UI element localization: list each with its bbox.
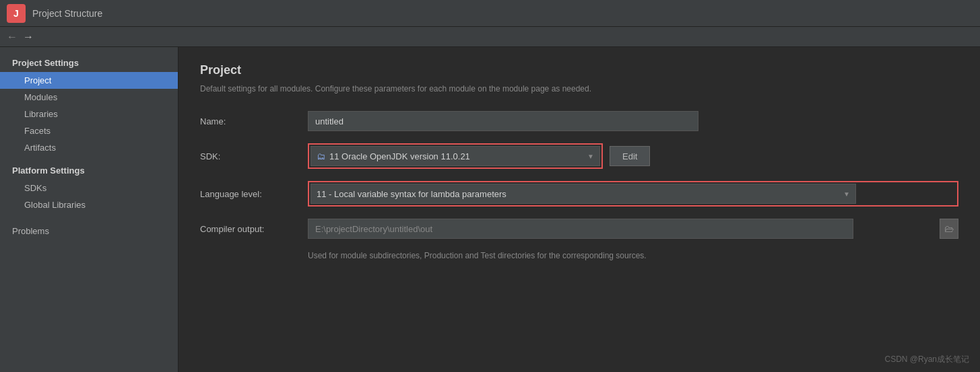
sidebar-divider-2 (0, 213, 178, 219)
platform-settings-header: Platform Settings (0, 161, 178, 180)
section-title: Project (200, 63, 958, 77)
sidebar-divider (0, 156, 178, 161)
sidebar-item-sdks[interactable]: SDKs (0, 180, 178, 196)
sdk-edit-button[interactable]: Edit (610, 146, 650, 166)
sidebar-item-libraries[interactable]: Libraries (0, 106, 178, 122)
compiler-output-input[interactable] (308, 219, 853, 239)
name-label: Name: (200, 116, 308, 126)
sdk-dropdown-wrapper: 🗂 11 Oracle OpenJDK version 11.0.21 ▼ (308, 143, 603, 169)
language-level-label: Language level: (200, 189, 308, 199)
sdk-folder-icon: 🗂 (317, 151, 325, 161)
name-row: Name: (200, 111, 958, 131)
sidebar-item-project[interactable]: Project (0, 72, 178, 89)
title-bar: J Project Structure (0, 0, 980, 27)
compiler-output-label: Compiler output: (200, 224, 308, 234)
sidebar-item-facets[interactable]: Facets (0, 122, 178, 139)
compiler-input-wrapper: 🗁 (308, 219, 958, 239)
main-layout: Project Settings Project Modules Librari… (0, 47, 980, 372)
sdk-value: 11 Oracle OpenJDK version 11.0.21 (329, 151, 470, 161)
sidebar-item-modules[interactable]: Modules (0, 89, 178, 106)
compiler-output-row: Compiler output: 🗁 (200, 219, 958, 239)
content-area: Project Default settings for all modules… (178, 47, 980, 372)
compiler-folder-button[interactable]: 🗁 (940, 219, 958, 239)
language-level-row: Language level: 11 - Local variable synt… (200, 181, 958, 207)
sdk-row: SDK: 🗂 11 Oracle OpenJDK version 11.0.21… (200, 143, 958, 169)
window-title: Project Structure (32, 8, 102, 19)
nav-bar: ← → (0, 27, 980, 47)
watermark: CSDN @Ryan成长笔记 (884, 354, 969, 365)
sdk-dropdown[interactable]: 🗂 11 Oracle OpenJDK version 11.0.21 ▼ (311, 146, 600, 166)
language-level-dropdown[interactable]: 11 - Local variable syntax for lambda pa… (311, 184, 856, 204)
name-field-wrapper (308, 111, 958, 131)
sidebar: Project Settings Project Modules Librari… (0, 47, 178, 372)
project-settings-header: Project Settings (0, 54, 178, 72)
sdk-dropdown-arrow: ▼ (587, 153, 594, 160)
compiler-output-note: Used for module subdirectories, Producti… (308, 251, 958, 260)
language-level-field: 11 - Local variable syntax for lambda pa… (308, 181, 958, 207)
language-level-value: 11 - Local variable syntax for lambda pa… (317, 189, 507, 199)
sidebar-item-problems[interactable]: Problems (0, 223, 178, 239)
sdk-controls: 🗂 11 Oracle OpenJDK version 11.0.21 ▼ Ed… (308, 143, 650, 169)
sdk-label: SDK: (200, 151, 308, 161)
sidebar-item-global-libraries[interactable]: Global Libraries (0, 196, 178, 213)
name-input[interactable] (308, 111, 698, 131)
language-level-arrow: ▼ (843, 190, 850, 198)
back-button[interactable]: ← (7, 31, 18, 43)
compiler-output-field: 🗁 (308, 219, 958, 239)
language-level-dropdown-wrapper: 11 - Local variable syntax for lambda pa… (308, 181, 958, 207)
sidebar-item-artifacts[interactable]: Artifacts (0, 139, 178, 156)
app-logo: J (7, 4, 26, 23)
forward-button[interactable]: → (23, 31, 34, 43)
section-description: Default settings for all modules. Config… (200, 83, 958, 95)
